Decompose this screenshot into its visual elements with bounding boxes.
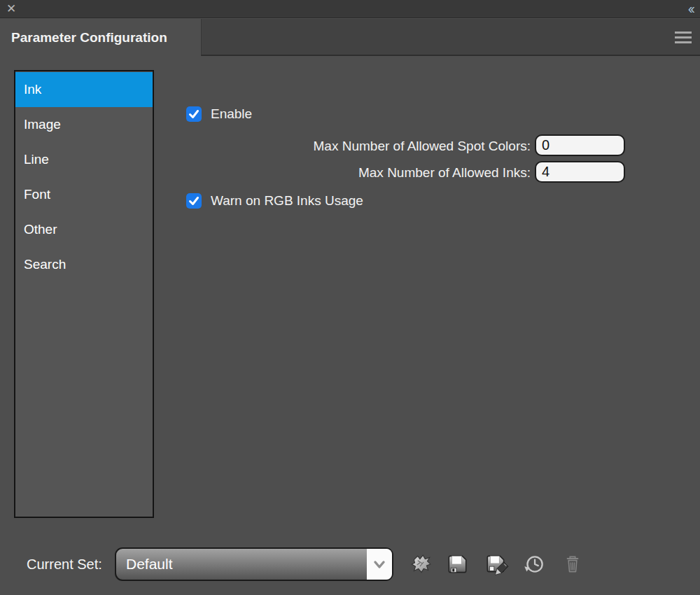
checkmark-icon — [188, 195, 200, 207]
new-set-button[interactable] — [408, 552, 433, 577]
spot-colors-label: Max Number of Allowed Spot Colors: — [210, 139, 531, 154]
current-set-value: Default — [116, 549, 392, 580]
enable-label: Enable — [211, 106, 252, 122]
spot-colors-input[interactable] — [535, 134, 625, 156]
checkmark-icon — [188, 108, 200, 120]
history-clock-icon — [522, 552, 547, 577]
tab-parameter-configuration[interactable]: Parameter Configuration — [0, 19, 201, 56]
panel-menu-icon[interactable] — [675, 31, 692, 43]
save-set-as-button[interactable] — [484, 552, 509, 577]
category-list: Ink Image Line Font Other Search — [14, 70, 154, 518]
current-set-label: Current Set: — [27, 556, 102, 573]
warn-rgb-checkbox[interactable] — [186, 193, 202, 209]
current-set-dropdown[interactable]: Default — [115, 547, 393, 581]
parameter-configuration-panel: { "window": { "title_tab": "Parameter Co… — [0, 0, 700, 595]
revert-set-button[interactable] — [522, 552, 547, 577]
sidebar-item-other[interactable]: Other — [15, 212, 153, 247]
tab-bar: Parameter Configuration — [0, 19, 700, 56]
panel-titlebar: ✕ ‹‹ — [0, 0, 700, 18]
sidebar-item-line[interactable]: Line — [15, 142, 153, 177]
save-as-floppy-pen-icon — [484, 552, 509, 577]
trash-can-icon — [560, 552, 585, 577]
crumpled-paper-icon — [408, 552, 433, 577]
save-floppy-icon — [444, 552, 470, 577]
chevron-down-icon — [370, 555, 388, 573]
allowed-inks-input[interactable] — [535, 161, 625, 183]
collapse-panel-icon[interactable]: ‹‹ — [688, 0, 693, 17]
warn-rgb-row: Warn on RGB Inks Usage — [186, 193, 363, 209]
save-set-button[interactable] — [444, 552, 470, 577]
warn-rgb-label: Warn on RGB Inks Usage — [211, 193, 363, 209]
sidebar-item-image[interactable]: Image — [15, 107, 153, 142]
enable-checkbox[interactable] — [186, 106, 202, 122]
enable-row: Enable — [186, 106, 252, 122]
sidebar-item-ink[interactable]: Ink — [15, 72, 153, 107]
delete-set-button[interactable] — [560, 552, 585, 577]
sidebar-item-font[interactable]: Font — [15, 177, 153, 212]
tab-bar-empty-area — [201, 19, 700, 56]
allowed-inks-label: Max Number of Allowed Inks: — [210, 165, 531, 181]
sidebar-item-search[interactable]: Search — [15, 247, 153, 282]
dropdown-button[interactable] — [367, 549, 392, 580]
close-icon[interactable]: ✕ — [6, 1, 16, 17]
